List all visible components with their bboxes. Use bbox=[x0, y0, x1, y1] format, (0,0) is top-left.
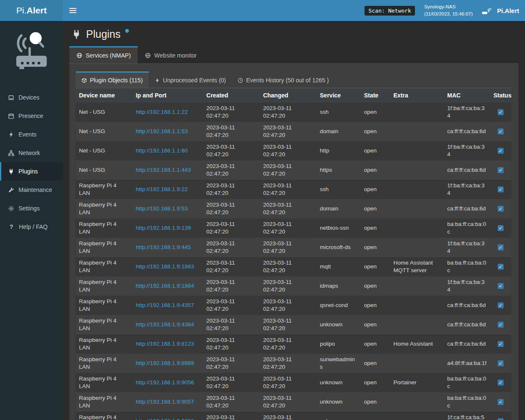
service-cell: unknown bbox=[317, 392, 361, 412]
extra-cell bbox=[390, 315, 444, 334]
extra-cell bbox=[390, 296, 444, 315]
extra-cell bbox=[390, 160, 444, 180]
ip-port-link[interactable]: http://192.168.1.1:80 bbox=[136, 147, 188, 154]
sidebar-item-events[interactable]: Events bbox=[0, 125, 63, 144]
status-checkbox[interactable]: ✓ bbox=[498, 186, 504, 192]
sidebar-item-plugins[interactable]: Plugins bbox=[0, 162, 63, 181]
scan-status-badge: Scan: Network bbox=[365, 6, 415, 16]
service-cell: polipo bbox=[317, 334, 361, 354]
ip-port-link[interactable]: http://192.168.1.9:22 bbox=[136, 186, 188, 192]
ip-port-cell: http://192.168.1.1:22 bbox=[132, 102, 203, 122]
extra-cell: Portainer bbox=[390, 373, 444, 392]
created-cell: 2023-03-11 02:47:20 bbox=[203, 180, 260, 199]
state-cell: open bbox=[361, 180, 390, 199]
changed-cell: 2023-03-11 02:47:20 bbox=[260, 373, 316, 392]
column-header: Created bbox=[203, 88, 260, 102]
device-name-cell: Net - USG bbox=[76, 122, 132, 141]
service-cell: mqtt bbox=[317, 257, 361, 276]
ip-port-link[interactable]: http://192.168.1.1:53 bbox=[136, 128, 188, 134]
status-checkbox[interactable]: ✓ bbox=[498, 322, 504, 328]
changed-cell: 2023-03-11 02:47:20 bbox=[260, 276, 316, 296]
created-cell: 2023-03-11 02:47:20 bbox=[203, 122, 260, 141]
status-checkbox[interactable]: ✓ bbox=[498, 302, 504, 308]
sidebar: Devices Presence Events Network Plugins … bbox=[0, 21, 63, 420]
created-cell: 2023-03-11 02:47:20 bbox=[203, 102, 260, 122]
created-cell: 2023-03-11 02:47:20 bbox=[203, 373, 260, 392]
status-checkbox[interactable]: ✓ bbox=[498, 225, 504, 231]
status-cell: ✓ bbox=[490, 238, 511, 257]
sidebar-item-label: Network bbox=[18, 150, 40, 156]
changed-cell: 2023-03-11 02:47:20 bbox=[260, 334, 316, 354]
device-name-cell: Net - USG bbox=[76, 102, 132, 122]
status-checkbox[interactable]: ✓ bbox=[498, 244, 504, 250]
subtab-label: Plugin Objects (115) bbox=[90, 77, 143, 84]
column-header: MAC bbox=[444, 88, 490, 102]
device-name-cell: Raspberry Pi 4 LAN bbox=[76, 238, 132, 257]
sidebar-item-presence[interactable]: Presence bbox=[0, 107, 63, 125]
changed-cell: 2023-03-11 02:47:20 bbox=[260, 122, 316, 141]
ip-port-link[interactable]: http://192.168.1.9:445 bbox=[136, 244, 191, 250]
extra-cell bbox=[390, 238, 444, 257]
status-checkbox[interactable]: ✓ bbox=[498, 380, 504, 386]
status-checkbox[interactable]: ✓ bbox=[498, 206, 504, 212]
app-logo[interactable]: Pi.Alert bbox=[0, 0, 63, 21]
sidebar-item-devices[interactable]: Devices bbox=[0, 88, 63, 107]
state-cell: open bbox=[361, 122, 390, 141]
table-row: Raspberry Pi 4 LANhttp://192.168.1.9:188… bbox=[76, 257, 511, 276]
status-checkbox[interactable]: ✓ bbox=[498, 148, 504, 154]
status-checkbox[interactable]: ✓ bbox=[498, 167, 504, 173]
sidebar-item-maintenance[interactable]: Maintenance bbox=[0, 181, 63, 199]
ip-port-link[interactable]: http://192.168.1.1:22 bbox=[136, 109, 188, 115]
subtab-label: Unprocessed Events (0) bbox=[163, 77, 226, 84]
sidebar-toggle-button[interactable] bbox=[63, 0, 82, 21]
status-checkbox[interactable]: ✓ bbox=[498, 283, 504, 289]
status-checkbox[interactable]: ✓ bbox=[498, 399, 504, 405]
sidebar-item-help[interactable]: ? Help / FAQ bbox=[0, 218, 63, 236]
ip-port-cell: http://192.168.1.9:22 bbox=[132, 180, 203, 199]
ip-port-link[interactable]: http://192.168.1.9:9058 bbox=[136, 418, 194, 420]
ip-port-link[interactable]: http://192.168.1.9:4357 bbox=[136, 302, 194, 308]
settings-icon bbox=[8, 205, 14, 212]
status-checkbox[interactable]: ✓ bbox=[498, 418, 504, 420]
column-header: Device name bbox=[76, 88, 132, 102]
status-checkbox[interactable]: ✓ bbox=[498, 264, 504, 270]
sidebar-item-network[interactable]: Network bbox=[0, 144, 63, 162]
table-row: Net - USGhttp://192.168.1.1:222023-03-11… bbox=[76, 102, 511, 122]
status-checkbox[interactable]: ✓ bbox=[498, 360, 504, 366]
plugins-icon bbox=[8, 168, 14, 175]
subtab-unprocessed-events[interactable]: Unprocessed Events (0) bbox=[149, 71, 232, 88]
column-header: Service bbox=[317, 88, 361, 102]
table-row: Raspberry Pi 4 LANhttp://192.168.1.9:898… bbox=[76, 354, 511, 373]
changed-cell: 2023-03-11 02:47:20 bbox=[260, 218, 316, 238]
ip-port-link[interactable]: http://192.168.1.9:1884 bbox=[136, 283, 194, 289]
subtab-events-history[interactable]: Events History (50 out of 1265 ) bbox=[232, 71, 335, 88]
state-cell: open bbox=[361, 315, 390, 334]
state-cell: open bbox=[361, 102, 390, 122]
extra-cell: Home Assistant bbox=[390, 334, 444, 354]
ip-port-link[interactable]: http://192.168.1.9:139 bbox=[136, 225, 191, 231]
status-checkbox[interactable]: ✓ bbox=[498, 341, 504, 347]
device-name-cell: Raspberry Pi 4 LAN bbox=[76, 334, 132, 354]
plugins-help-badge[interactable] bbox=[125, 29, 129, 33]
ip-port-link[interactable]: http://192.168.1.9:9057 bbox=[136, 399, 194, 405]
status-cell: ✓ bbox=[490, 180, 511, 199]
mac-cell: 1f:ba:ff:ca:ba:34 bbox=[444, 276, 490, 296]
state-cell: open bbox=[361, 238, 390, 257]
hamburger-icon bbox=[69, 8, 76, 9]
status-checkbox[interactable]: ✓ bbox=[498, 129, 504, 134]
status-checkbox[interactable]: ✓ bbox=[498, 109, 504, 115]
subtab-plugin-objects[interactable]: Plugin Objects (115) bbox=[76, 71, 149, 88]
ip-port-link[interactable]: http://192.168.1.9:4384 bbox=[136, 321, 194, 328]
ip-port-link[interactable]: http://192.168.1.9:8123 bbox=[136, 341, 194, 347]
ip-port-link[interactable]: http://192.168.1.9:8989 bbox=[136, 360, 194, 366]
status-cell: ✓ bbox=[490, 296, 511, 315]
service-cell: domain bbox=[317, 199, 361, 218]
tab-website-monitor[interactable]: Website monitor bbox=[138, 46, 204, 63]
globe-icon bbox=[145, 52, 151, 58]
ip-port-link[interactable]: http://192.168.1.1:443 bbox=[136, 167, 191, 173]
sidebar-item-settings[interactable]: Settings bbox=[0, 199, 63, 218]
tab-services-nmap[interactable]: Services (NMAP) bbox=[69, 46, 138, 63]
ip-port-link[interactable]: http://192.168.1.9:1883 bbox=[136, 263, 194, 270]
ip-port-link[interactable]: http://192.168.1.9:53 bbox=[136, 205, 188, 212]
ip-port-link[interactable]: http://192.168.1.9:9056 bbox=[136, 379, 194, 386]
